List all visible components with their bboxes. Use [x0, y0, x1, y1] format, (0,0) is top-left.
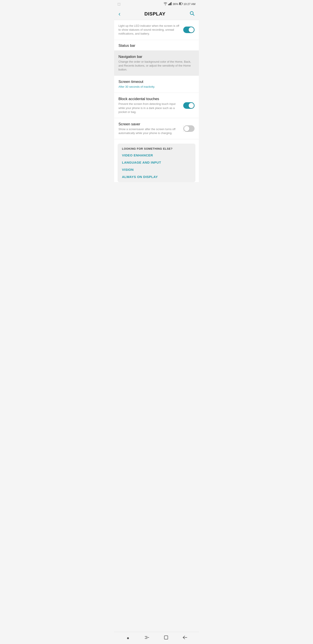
- back-nav-icon: [183, 636, 187, 640]
- home-icon: ●: [127, 636, 129, 640]
- back-nav-button[interactable]: [178, 634, 192, 642]
- status-bar: ⬚ 36% 10:27 AM: [114, 0, 199, 8]
- navigation-bar-item[interactable]: Navigation bar Change the order or backg…: [114, 51, 199, 76]
- block-accidental-subtitle: Prevent the screen from detecting touch …: [118, 102, 181, 114]
- svg-rect-1: [169, 4, 170, 5]
- recent-apps-button[interactable]: [140, 634, 153, 642]
- notification-icon: ⬚: [118, 2, 120, 6]
- status-bar-right: 36% 10:27 AM: [163, 2, 195, 6]
- overview-icon: [164, 635, 168, 641]
- home-button[interactable]: ●: [121, 634, 135, 642]
- led-indicator-text: Light up the LED indicator when the scre…: [118, 24, 183, 36]
- screen-timeout-title: Screen timeout: [118, 80, 192, 84]
- looking-for-heading: LOOKING FOR SOMETHING ELSE?: [122, 147, 191, 150]
- block-accidental-item[interactable]: Block accidental touches Prevent the scr…: [114, 93, 199, 118]
- svg-rect-3: [171, 2, 172, 5]
- status-bar-section[interactable]: Status bar: [114, 40, 199, 51]
- svg-line-8: [193, 14, 194, 16]
- status-bar-left: ⬚: [118, 2, 120, 6]
- block-accidental-text: Block accidental touches Prevent the scr…: [118, 97, 183, 114]
- language-and-input-link[interactable]: LANGUAGE AND INPUT: [122, 160, 191, 164]
- led-indicator-item[interactable]: Light up the LED indicator when the scre…: [114, 20, 199, 40]
- svg-rect-12: [164, 636, 168, 639]
- screen-saver-title: Screen saver: [118, 122, 181, 126]
- screen-timeout-text: Screen timeout After 30 seconds of inact…: [118, 80, 195, 89]
- battery-icon: [179, 2, 183, 6]
- always-on-display-link[interactable]: ALWAYS ON DISPLAY: [122, 175, 191, 178]
- svg-rect-2: [170, 3, 171, 5]
- screen-saver-subtitle: Show a screensaver after the screen turn…: [118, 127, 181, 135]
- page-title: DISPLAY: [144, 11, 165, 17]
- svg-rect-0: [168, 4, 169, 5]
- block-accidental-toggle[interactable]: [183, 102, 195, 109]
- time: 10:27 AM: [183, 2, 195, 6]
- navigation-bar-subtitle: Change the order or background color of …: [118, 60, 192, 72]
- svg-rect-6: [182, 3, 183, 4]
- overview-button[interactable]: [160, 634, 173, 642]
- svg-rect-5: [180, 3, 181, 4]
- search-button[interactable]: [188, 10, 195, 18]
- screen-saver-toggle[interactable]: [183, 125, 195, 132]
- screen-timeout-subtitle: After 30 seconds of inactivity.: [118, 85, 192, 89]
- led-indicator-toggle[interactable]: [183, 26, 195, 33]
- back-button[interactable]: ‹: [118, 10, 121, 18]
- bottom-navigation: ●: [114, 632, 199, 644]
- block-accidental-title: Block accidental touches: [118, 97, 181, 101]
- navigation-bar-text: Navigation bar Change the order or backg…: [118, 54, 195, 72]
- vision-link[interactable]: VISION: [122, 168, 191, 172]
- app-bar: ‹ DISPLAY: [114, 8, 199, 20]
- wifi-icon: [163, 2, 167, 6]
- screen-saver-text: Screen saver Show a screensaver after th…: [118, 122, 183, 135]
- led-indicator-subtitle: Light up the LED indicator when the scre…: [118, 24, 181, 36]
- looking-for-card: LOOKING FOR SOMETHING ELSE? VIDEO ENHANC…: [118, 144, 195, 182]
- status-bar-label: Status bar: [118, 44, 135, 48]
- signal-icon: [168, 2, 172, 6]
- battery-percent: 36%: [173, 2, 178, 6]
- screen-timeout-item[interactable]: Screen timeout After 30 seconds of inact…: [114, 76, 199, 93]
- screen-saver-item[interactable]: Screen saver Show a screensaver after th…: [114, 118, 199, 139]
- navigation-bar-title: Navigation bar: [118, 54, 192, 59]
- recent-apps-icon: [145, 636, 149, 640]
- settings-content: Light up the LED indicator when the scre…: [114, 20, 199, 182]
- video-enhancer-link[interactable]: VIDEO ENHANCER: [122, 154, 191, 157]
